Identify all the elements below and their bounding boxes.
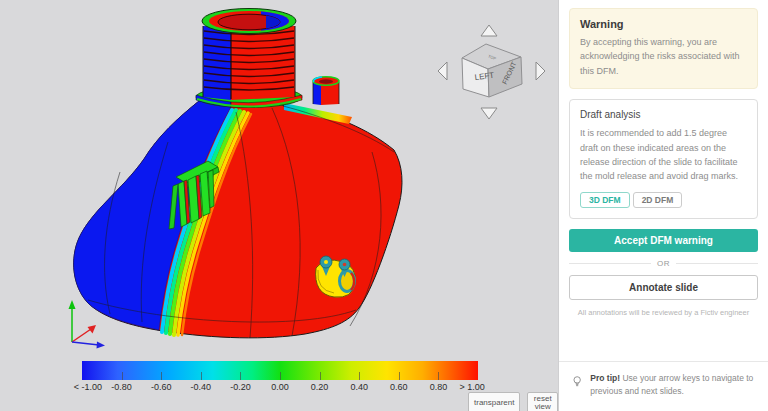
rotate-left-arrow[interactable]: [438, 62, 447, 80]
scale-tick: [201, 372, 202, 380]
scale-label: 0.00: [271, 382, 289, 392]
scale-label: -0.60: [151, 382, 172, 392]
draft-analysis-card: Draft analysis It is recommended to add …: [569, 99, 758, 219]
rotate-right-arrow[interactable]: [536, 62, 545, 80]
reset-view-button[interactable]: reset view: [527, 392, 558, 411]
accept-dfm-warning-button[interactable]: Accept DFM warning: [569, 229, 758, 252]
scale-label: 0.80: [430, 382, 448, 392]
divider-line: [676, 263, 758, 264]
annotations-review-note: All annotations will be reviewed by a Fi…: [569, 308, 758, 317]
scale-label: < -1.00: [74, 382, 102, 392]
scale-tick: [438, 372, 439, 380]
draft-analysis-body: It is recommended to add 1.5 degree draf…: [580, 126, 747, 184]
scale-label: -0.20: [230, 382, 251, 392]
scale-tick: [399, 372, 400, 380]
threaded-neck: [202, 8, 296, 100]
warning-callout: Warning By accepting this warning, you a…: [569, 8, 758, 89]
scale-tick: [161, 372, 162, 380]
dfm-side-panel: Warning By accepting this warning, you a…: [558, 0, 768, 411]
scale-label: 0.20: [311, 382, 329, 392]
warning-body: By accepting this warning, you are ackno…: [580, 35, 747, 78]
pro-tip-title: Pro tip!: [590, 373, 620, 383]
model-body: [74, 101, 402, 338]
tab-2d-dfm[interactable]: 2D DFM: [633, 192, 683, 209]
dfm-view-toggle: 3D DFM 2D DFM: [580, 192, 747, 209]
warning-title: Warning: [580, 18, 747, 30]
scale-tick: [320, 372, 321, 380]
draft-analysis-title: Draft analysis: [580, 109, 747, 120]
scale-tick: [280, 372, 281, 380]
transparent-button[interactable]: transparent: [468, 392, 520, 411]
lightbulb-icon: [573, 372, 581, 391]
neck-top-rim: [202, 8, 296, 34]
draft-analysis-model[interactable]: LEFT FRONT TOP: [0, 0, 558, 411]
annotate-slide-button[interactable]: Annotate slide: [569, 275, 758, 300]
draft-color-scale: [82, 361, 478, 380]
scale-label: 0.40: [350, 382, 368, 392]
or-divider: OR: [569, 259, 758, 268]
or-label: OR: [657, 259, 670, 268]
draft-scale-labels: < -1.00 -0.80 -0.60 -0.40 -0.20 0.00 0.2…: [82, 382, 478, 394]
scale-label: -0.40: [191, 382, 212, 392]
3d-viewport[interactable]: LEFT FRONT TOP < -1.00 -0.80 -0.60 -0.40…: [0, 0, 558, 411]
tab-3d-dfm[interactable]: 3D DFM: [580, 192, 630, 209]
pro-tip-text: Pro tip! Use your arrow keys to navigate…: [590, 372, 756, 398]
rotate-up-arrow[interactable]: [481, 25, 497, 36]
pin-boss-feature: [316, 256, 356, 297]
small-cylinder: [313, 77, 339, 105]
rotate-down-arrow[interactable]: [481, 108, 497, 119]
scale-tick: [122, 372, 123, 380]
scale-tick: [240, 372, 241, 380]
scale-label: > 1.00: [459, 382, 484, 392]
scale-label: -0.80: [111, 382, 132, 392]
dfm-review-app: LEFT FRONT TOP < -1.00 -0.80 -0.60 -0.40…: [0, 0, 768, 411]
scale-tick: [359, 372, 360, 380]
scale-label: 0.60: [390, 382, 408, 392]
view-cube-widget: LEFT FRONT TOP: [438, 25, 545, 119]
pro-tip-box: Pro tip! Use your arrow keys to navigate…: [559, 361, 768, 411]
divider-line: [569, 263, 651, 264]
